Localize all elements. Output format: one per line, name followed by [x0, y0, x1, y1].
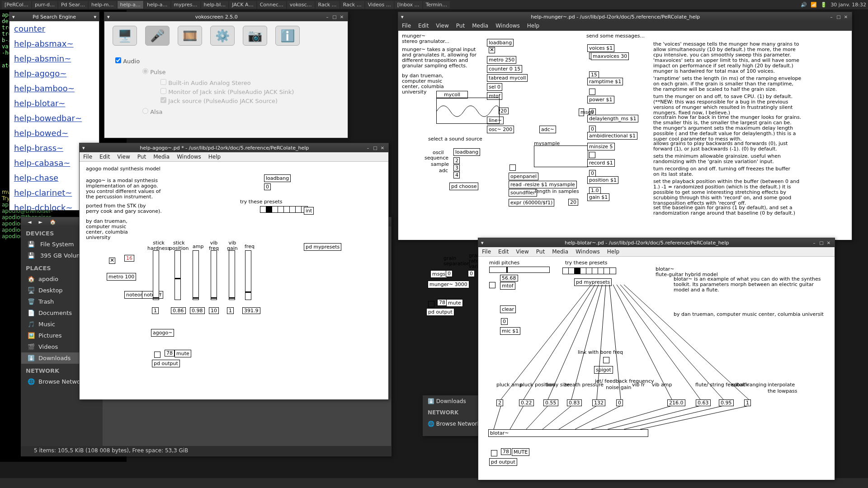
- menu-view[interactable]: View: [432, 21, 452, 30]
- number-box[interactable]: 10: [209, 307, 219, 314]
- result-item[interactable]: help-absmax~: [9, 36, 99, 51]
- number-box[interactable]: 0.86: [171, 307, 186, 314]
- toggle[interactable]: [489, 282, 495, 288]
- tab-screen[interactable]: 🖥️: [113, 26, 137, 46]
- toggle[interactable]: [109, 258, 115, 264]
- number-box[interactable]: 20: [568, 199, 578, 206]
- message-box[interactable]: ambidirectional $1: [587, 132, 637, 140]
- spigot-object[interactable]: spigot: [594, 366, 613, 374]
- metro-object[interactable]: metro 100: [107, 273, 136, 281]
- pd-canvas[interactable]: agogo modal synthesis model agogo~ is a …: [80, 162, 388, 399]
- pd-canvas[interactable]: midi pitches 56.68 mtof try these preset…: [478, 257, 835, 480]
- task[interactable]: help-m…: [89, 1, 116, 9]
- mute-msg[interactable]: mute: [175, 350, 191, 357]
- openpanel-object[interactable]: openpanel: [509, 173, 538, 180]
- metro-object[interactable]: metro 250: [487, 56, 516, 64]
- task[interactable]: [Inbox …: [395, 1, 422, 9]
- array-graph[interactable]: [436, 98, 500, 124]
- mysample-array[interactable]: [534, 145, 588, 167]
- number-box[interactable]: 16: [124, 255, 134, 262]
- number-box[interactable]: 2: [496, 399, 503, 406]
- tray-icon[interactable]: 🔋: [821, 2, 827, 8]
- number-box[interactable]: 0.63: [696, 399, 711, 406]
- maximize-button[interactable]: □: [818, 239, 825, 246]
- subpatch[interactable]: pd mypresets: [304, 243, 341, 251]
- number-box[interactable]: 4: [453, 172, 460, 178]
- task[interactable]: Connec…: [257, 1, 286, 9]
- subpatch[interactable]: pd mypresets: [574, 278, 612, 286]
- task[interactable]: Videos …: [365, 1, 394, 9]
- menu-put[interactable]: Put: [533, 247, 548, 256]
- number-box[interactable]: 78: [501, 448, 511, 455]
- menu-media[interactable]: Media: [150, 152, 173, 161]
- number-box[interactable]: 0: [501, 318, 508, 325]
- toggle[interactable]: [603, 357, 609, 363]
- task[interactable]: Rack …: [316, 1, 340, 9]
- forward-button[interactable]: ►: [35, 219, 46, 225]
- hradio[interactable]: [562, 267, 616, 274]
- message-box[interactable]: read -resize $1 mysample: [509, 181, 577, 188]
- message-box[interactable]: ramptime $1: [587, 78, 623, 85]
- soundfiler-object[interactable]: soundfiler: [509, 189, 537, 197]
- audio-checkbox[interactable]: [115, 57, 121, 63]
- pd-output[interactable]: pd output: [426, 308, 454, 316]
- vslider[interactable]: [229, 250, 235, 300]
- menu-view[interactable]: View: [512, 247, 532, 256]
- message-box[interactable]: gain $1: [587, 193, 609, 201]
- toggle[interactable]: [491, 450, 497, 456]
- hradio[interactable]: [260, 206, 308, 213]
- number-box[interactable]: 0: [446, 270, 453, 277]
- minimize-button[interactable]: –: [828, 14, 835, 20]
- task[interactable]: help-bl…: [201, 1, 229, 9]
- sidebar-network[interactable]: 🌐 Browse Network: [423, 418, 486, 429]
- menu-edit[interactable]: Edit: [415, 21, 432, 30]
- result-item[interactable]: help-bowedbar~: [9, 111, 99, 126]
- number-box[interactable]: 0.22: [519, 399, 534, 406]
- back-button[interactable]: ◄: [24, 219, 35, 225]
- number-box[interactable]: 0: [616, 399, 623, 406]
- number-box[interactable]: 0: [589, 170, 596, 177]
- number-box[interactable]: 0.83: [567, 399, 582, 406]
- toggle[interactable]: [589, 89, 595, 95]
- result-item[interactable]: help-bamboo~: [9, 81, 99, 96]
- message-box[interactable]: minsize 5: [587, 143, 615, 150]
- expr-object[interactable]: expr (60000/$f1): [509, 199, 554, 206]
- pd-output[interactable]: pd output: [152, 360, 180, 367]
- titlebar[interactable]: ▾ Pd Search Engine ▾: [9, 12, 99, 21]
- menu-put[interactable]: Put: [453, 21, 468, 30]
- adc-object[interactable]: adc~: [539, 126, 556, 133]
- number-box[interactable]: 20: [499, 108, 509, 114]
- message-box[interactable]: maxvoices 30: [591, 52, 629, 60]
- number-box[interactable]: 0: [468, 270, 475, 277]
- device-checkbox[interactable]: [160, 88, 166, 94]
- result-item[interactable]: help-bowed~: [9, 126, 99, 141]
- close-button[interactable]: ✕: [339, 14, 345, 20]
- menu-put[interactable]: Put: [134, 152, 150, 161]
- number-box[interactable]: 3: [453, 164, 460, 171]
- task[interactable]: vokosc…: [287, 1, 315, 9]
- minimize-button[interactable]: –: [324, 14, 330, 20]
- tabread-object[interactable]: tabread mycoll: [487, 74, 528, 82]
- vslider[interactable]: [211, 250, 217, 300]
- sel-object[interactable]: sel 0: [487, 83, 502, 91]
- toggle[interactable]: [509, 164, 516, 171]
- tray-icon[interactable]: 📶: [811, 2, 817, 8]
- menu-edit[interactable]: Edit: [495, 247, 512, 256]
- mtof-object[interactable]: mtof: [500, 282, 515, 290]
- number-box[interactable]: 0.98: [190, 307, 205, 314]
- number-box[interactable]: 0: [589, 126, 596, 132]
- task[interactable]: Pd Sear…: [58, 1, 88, 9]
- loadbang-object[interactable]: loadbang: [453, 148, 480, 156]
- vslider[interactable]: [153, 250, 159, 300]
- loadbang-object[interactable]: loadbang: [264, 174, 291, 182]
- toggle[interactable]: [428, 301, 434, 307]
- message-box[interactable]: voices $1: [587, 44, 614, 52]
- msgs-object[interactable]: msgs: [430, 270, 447, 278]
- toggle[interactable]: [489, 47, 495, 53]
- menu-windows[interactable]: Windows: [492, 21, 524, 30]
- task[interactable]: help-a…: [144, 1, 170, 9]
- maximize-button[interactable]: □: [331, 14, 338, 20]
- result-item[interactable]: counter: [9, 21, 99, 36]
- menu-view[interactable]: View: [113, 152, 133, 161]
- number-box[interactable]: 216.0: [667, 399, 685, 406]
